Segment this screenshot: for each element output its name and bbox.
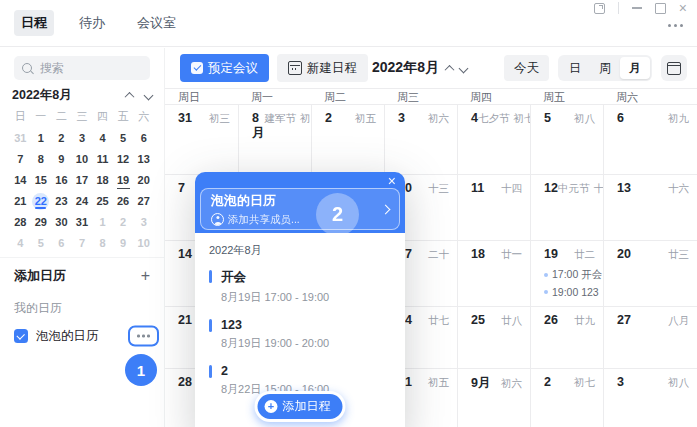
mini-day[interactable]: 3 (72, 128, 93, 149)
calendar-cell[interactable]: 3初六 (384, 104, 457, 174)
search-box[interactable] (14, 56, 150, 80)
mini-day[interactable]: 10 (133, 233, 154, 254)
prev-month-icon[interactable] (446, 65, 453, 72)
popup-close-icon[interactable]: × (388, 173, 396, 189)
calendar-cell[interactable]: 3初八 (603, 368, 697, 427)
calendar-more-button[interactable] (131, 329, 156, 344)
calendar-list-item[interactable]: 泡泡的日历 (0, 324, 164, 348)
calendar-cell[interactable]: 6初九 (603, 104, 697, 174)
view-option[interactable]: 日 (560, 57, 590, 79)
person-icon (211, 213, 224, 226)
popup-event-item[interactable]: 1238月19日 19:00 - 20:00 (209, 318, 391, 351)
calendar-cell[interactable]: 27八月 (603, 306, 697, 368)
mini-day[interactable]: 6 (51, 233, 72, 254)
plus-icon[interactable]: + (141, 268, 150, 284)
mini-day[interactable]: 14 (10, 170, 31, 191)
view-option[interactable]: 周 (590, 57, 620, 79)
mini-day[interactable]: 8 (31, 149, 52, 170)
mini-day[interactable]: 24 (72, 191, 93, 212)
mini-day[interactable]: 7 (10, 149, 31, 170)
event-chip[interactable]: 19:00 123 (544, 286, 595, 298)
mini-day[interactable]: 12 (113, 149, 134, 170)
mini-day[interactable]: 1 (92, 212, 113, 233)
new-event-button[interactable]: 新建日程 (277, 54, 368, 82)
mini-day[interactable]: 17 (72, 170, 93, 191)
calendar-cell[interactable]: 25廿八 (457, 306, 530, 368)
add-event-button[interactable]: + 添加日程 (255, 391, 346, 422)
mini-day[interactable]: 30 (51, 212, 72, 233)
add-calendar-row[interactable]: 添加日历 + (0, 266, 164, 286)
popup-calendar-card[interactable]: 泡泡的日历 添加共享成员... (200, 188, 400, 230)
view-option[interactable]: 月 (620, 57, 650, 79)
popout-window-icon[interactable] (594, 3, 605, 14)
mini-day[interactable]: 3 (133, 212, 154, 233)
calendar-cell[interactable]: 12中元节十五 (530, 174, 603, 240)
mini-day[interactable]: 31 (10, 128, 31, 149)
mini-day[interactable]: 10 (72, 149, 93, 170)
mini-day[interactable]: 15 (31, 170, 52, 191)
calendar-cell[interactable]: 20廿三 (603, 240, 697, 306)
mini-day[interactable]: 19 (113, 170, 134, 191)
calendar-cell[interactable]: 4七夕节初七 (457, 104, 530, 174)
maximize-button[interactable] (655, 3, 666, 14)
calendar-cell[interactable]: 2初五 (311, 104, 384, 174)
mini-day[interactable]: 8 (92, 233, 113, 254)
mini-day[interactable]: 6 (133, 128, 154, 149)
next-month-icon[interactable] (460, 65, 467, 72)
mini-day[interactable]: 18 (92, 170, 113, 191)
mini-day[interactable]: 13 (133, 149, 154, 170)
mini-day[interactable]: 9 (51, 149, 72, 170)
popup-event-item[interactable]: 开会8月19日 17:00 - 19:00 (209, 269, 391, 305)
calendar-cell[interactable]: 18廿一 (457, 240, 530, 306)
mini-day[interactable]: 26 (113, 191, 134, 212)
event-chip[interactable]: 17:00 开会 (544, 268, 595, 282)
mini-day[interactable]: 16 (51, 170, 72, 191)
mini-prev-month-icon[interactable] (126, 92, 133, 99)
event-color-bar (209, 270, 212, 283)
close-window-button[interactable]: × (679, 2, 687, 14)
tab-2[interactable]: 待办 (72, 10, 112, 36)
mini-day[interactable]: 9 (113, 233, 134, 254)
calendar-cell[interactable]: 19廿二17:00 开会19:00 123 (530, 240, 603, 306)
calendar-cell[interactable]: 31初三 (165, 104, 238, 174)
cell-lunar: 廿九 (574, 314, 595, 328)
mini-day[interactable]: 21 (10, 191, 31, 212)
mini-next-month-icon[interactable] (145, 92, 152, 99)
calendar-cell[interactable]: 9月初六 (457, 368, 530, 427)
mini-day[interactable]: 29 (31, 212, 52, 233)
mini-day[interactable]: 22 (31, 191, 52, 212)
mini-day[interactable]: 1 (31, 128, 52, 149)
tab-3[interactable]: 会议室 (130, 10, 183, 36)
mini-day[interactable]: 27 (133, 191, 154, 212)
mini-day[interactable]: 20 (133, 170, 154, 191)
book-meeting-button[interactable]: 预定会议 (180, 54, 269, 82)
calendar-cell[interactable]: 26廿九 (530, 306, 603, 368)
schedule-view-button[interactable] (661, 55, 687, 81)
mini-day[interactable]: 7 (72, 233, 93, 254)
mini-day[interactable]: 11 (92, 149, 113, 170)
calendar-cell[interactable]: 11十四 (457, 174, 530, 240)
mini-day[interactable]: 2 (51, 128, 72, 149)
calendar-cell[interactable]: 5初八 (530, 104, 603, 174)
search-input[interactable] (38, 60, 142, 76)
checkbox-checked-icon[interactable] (14, 329, 28, 343)
mini-day[interactable]: 4 (92, 128, 113, 149)
calendar-cell[interactable]: 2初七 (530, 368, 603, 427)
popup-event-title: 2 (221, 364, 391, 378)
mini-day[interactable]: 25 (92, 191, 113, 212)
cell-date: 13 (617, 181, 631, 195)
cell-lunar: 初五 (428, 376, 449, 390)
mini-day[interactable]: 5 (113, 128, 134, 149)
mini-day[interactable]: 28 (10, 212, 31, 233)
calendar-cell[interactable]: 13十六 (603, 174, 697, 240)
mini-day[interactable]: 23 (51, 191, 72, 212)
mini-day[interactable]: 31 (72, 212, 93, 233)
mini-day[interactable]: 5 (31, 233, 52, 254)
mini-day[interactable]: 2 (113, 212, 134, 233)
today-button[interactable]: 今天 (504, 55, 549, 81)
more-options-button[interactable] (668, 24, 683, 27)
calendar-cell[interactable]: 8月建军节初四 (238, 104, 311, 174)
tab-1[interactable]: 日程 (14, 10, 54, 36)
mini-day[interactable]: 4 (10, 233, 31, 254)
minimize-button[interactable] (632, 7, 642, 9)
